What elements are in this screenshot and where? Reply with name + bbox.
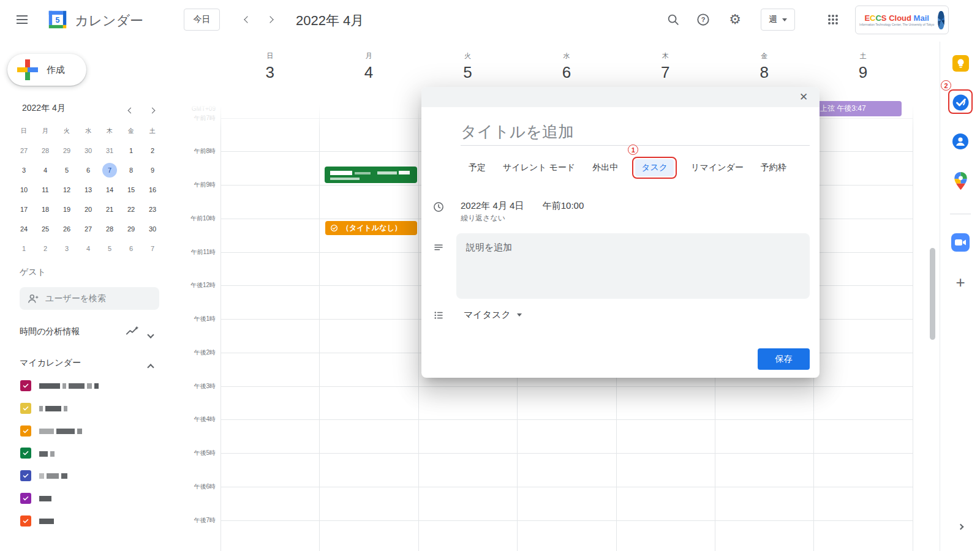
calendar-list-item[interactable] [20, 425, 85, 437]
mini-calendar-day[interactable]: 21 [102, 202, 117, 217]
keep-icon[interactable] [951, 54, 970, 72]
mini-calendar-day[interactable]: 23 [145, 202, 160, 217]
mini-calendar-prev-icon[interactable] [129, 104, 133, 115]
mini-calendar-day[interactable]: 29 [124, 222, 138, 236]
mini-calendar-day[interactable]: 27 [17, 143, 31, 158]
tab-予定[interactable]: 予定 [469, 162, 486, 173]
grid-scrollbar-thumb[interactable] [930, 248, 935, 340]
calendar-list-item[interactable] [20, 515, 56, 527]
mini-calendar-day[interactable]: 18 [38, 202, 53, 217]
tab-予約枠[interactable]: 予約枠 [761, 162, 786, 173]
datetime-row[interactable]: 2022年 4月 4日 午前10:00 [461, 200, 584, 212]
day-column-header[interactable]: 木7 [616, 51, 715, 82]
calendar-list-item[interactable] [20, 470, 70, 482]
mini-calendar-day[interactable]: 28 [102, 222, 117, 236]
close-icon[interactable]: ✕ [796, 90, 811, 105]
search-icon[interactable] [661, 7, 685, 32]
view-selector-dropdown[interactable]: 週 [761, 9, 795, 31]
calendar-checkbox[interactable] [20, 515, 31, 527]
mini-calendar-day[interactable]: 22 [124, 202, 138, 217]
day-column-header[interactable]: 金8 [715, 51, 813, 82]
mini-calendar-day[interactable]: 27 [81, 222, 96, 236]
insights-expand-icon[interactable] [148, 329, 153, 340]
mini-calendar-day[interactable]: 3 [17, 163, 31, 178]
day-column-header[interactable]: 水6 [517, 51, 616, 82]
mini-calendar-day[interactable]: 4 [81, 241, 96, 256]
mini-calendar-day[interactable]: 9 [145, 163, 160, 178]
mini-calendar-day[interactable]: 26 [59, 222, 74, 236]
mini-calendar-day[interactable]: 24 [17, 222, 31, 236]
mini-calendar-day[interactable]: 19 [59, 202, 74, 217]
mini-calendar-day[interactable]: 12 [59, 182, 74, 197]
prev-period-icon[interactable] [235, 7, 260, 32]
calendar-checkbox[interactable] [20, 425, 31, 437]
account-badge[interactable]: ECCS Cloud Mail Information Technology C… [855, 6, 949, 34]
mini-calendar-day[interactable]: 16 [145, 182, 160, 197]
mini-calendar-next-icon[interactable] [150, 104, 154, 115]
mini-calendar-day[interactable]: 20 [81, 202, 96, 217]
create-button[interactable]: 作成 [7, 54, 86, 86]
mini-calendar-day[interactable]: 6 [124, 241, 138, 256]
zoom-icon[interactable] [951, 233, 970, 252]
my-calendars-collapse-icon[interactable] [148, 361, 153, 372]
mini-calendar-day[interactable]: 7 [145, 241, 160, 256]
calendar-list-item[interactable] [20, 492, 54, 504]
event-title-input-placeholder[interactable]: タイトルを追加 [461, 121, 810, 143]
mini-calendar-day[interactable]: 2 [38, 241, 53, 256]
mini-calendar-day[interactable]: 30 [145, 222, 160, 236]
google-apps-grid-icon[interactable] [821, 7, 845, 32]
mini-calendar-day[interactable]: 25 [38, 222, 53, 236]
hide-panel-chevron-icon[interactable] [951, 517, 970, 536]
task-chip-untitled[interactable]: （タイトルなし） [325, 221, 417, 235]
contacts-icon[interactable] [951, 132, 970, 151]
mini-calendar-day[interactable]: 3 [59, 241, 74, 256]
mini-calendar-day[interactable]: 10 [17, 182, 31, 197]
guest-search-input[interactable]: ユーザーを検索 [20, 287, 159, 310]
mini-calendar-day[interactable]: 17 [17, 202, 31, 217]
day-column-header[interactable]: 月4 [319, 51, 418, 82]
mini-calendar-day[interactable]: 11 [38, 182, 53, 197]
mini-calendar-day[interactable]: 4 [38, 163, 53, 178]
mini-calendar-day[interactable]: 8 [124, 163, 138, 178]
add-addon-button[interactable]: + [951, 273, 970, 291]
tab-リマインダー[interactable]: リマインダー [691, 162, 744, 173]
repeat-rule[interactable]: 繰り返さない [461, 213, 505, 223]
mini-calendar-day[interactable]: 29 [59, 143, 74, 158]
event-moon-phase[interactable]: 上弦 午後3:47 [815, 101, 902, 116]
mini-calendar-day[interactable]: 28 [38, 143, 53, 158]
help-icon[interactable]: ? [691, 7, 715, 32]
next-period-icon[interactable] [258, 7, 282, 32]
mini-calendar-day[interactable]: 5 [102, 241, 117, 256]
calendar-list-item[interactable] [20, 447, 57, 459]
event-redacted-green[interactable] [325, 167, 417, 183]
description-input[interactable]: 説明を追加 [456, 233, 810, 299]
avatar[interactable] [938, 11, 944, 29]
save-button[interactable]: 保存 [758, 348, 810, 370]
mini-calendar-day[interactable]: 30 [81, 143, 96, 158]
calendar-checkbox[interactable] [20, 403, 31, 414]
calendar-checkbox[interactable] [20, 380, 31, 391]
settings-gear-icon[interactable]: ⚙ [723, 7, 747, 32]
day-column-header[interactable]: 火5 [418, 51, 517, 82]
calendar-checkbox[interactable] [20, 493, 31, 504]
maps-icon[interactable] [951, 172, 970, 190]
mini-calendar-day[interactable]: 5 [59, 163, 74, 178]
calendar-list-item[interactable] [20, 402, 70, 414]
mini-calendar-day[interactable]: 2 [145, 143, 160, 158]
mini-calendar-day[interactable]: 6 [81, 163, 96, 178]
calendar-list-item[interactable] [20, 380, 101, 392]
mini-calendar-day[interactable]: 1 [124, 143, 138, 158]
dialog-drag-strip[interactable] [421, 87, 820, 107]
hamburger-menu-icon[interactable] [10, 7, 34, 32]
task-list-dropdown[interactable]: マイタスク [464, 309, 522, 321]
tab-サイレント モード[interactable]: サイレント モード [503, 162, 575, 173]
tab-外出中[interactable]: 外出中 [592, 162, 618, 173]
calendar-checkbox[interactable] [20, 448, 31, 459]
mini-calendar-day-selected[interactable]: 7 [102, 163, 117, 178]
mini-calendar-day[interactable]: 1 [17, 241, 31, 256]
calendar-checkbox[interactable] [20, 470, 31, 481]
mini-calendar-day[interactable]: 31 [102, 143, 117, 158]
mini-calendar-day[interactable]: 14 [102, 182, 117, 197]
today-button[interactable]: 今日 [184, 9, 220, 31]
day-column-header[interactable]: 日3 [221, 51, 319, 82]
